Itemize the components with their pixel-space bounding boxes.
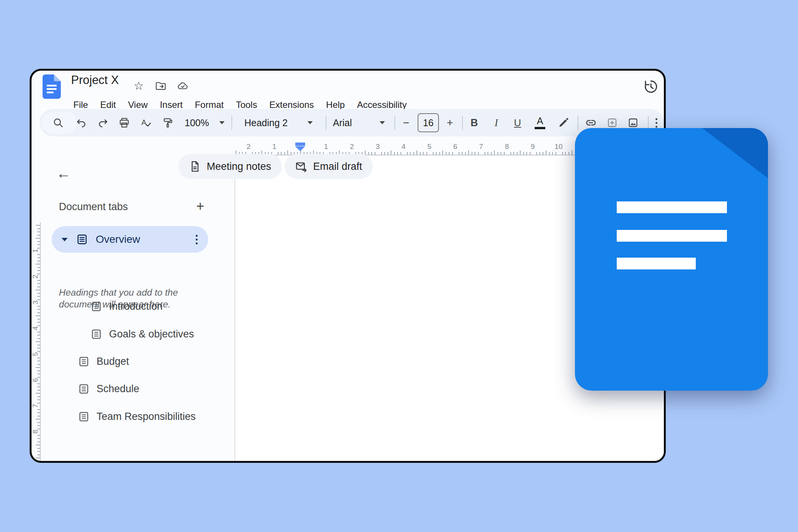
zoom-select[interactable]: 100%: [185, 109, 209, 136]
outline-item-team-responsibilities[interactable]: Team Responsibilities: [78, 408, 196, 425]
sidebar-canvas-divider: [234, 156, 235, 461]
toolbar-divider: [394, 116, 395, 130]
heading-icon: [78, 383, 90, 395]
star-icon[interactable]: ☆: [131, 78, 146, 93]
cloud-saved-icon[interactable]: [175, 78, 190, 93]
heading-icon: [78, 356, 90, 367]
font-caret-icon: [380, 121, 385, 127]
svg-text:A: A: [141, 118, 147, 127]
paragraph-style-select[interactable]: Heading 2: [244, 109, 288, 136]
font-size-input[interactable]: 16: [418, 113, 439, 132]
toolbar: A 100% Heading 2 Aria: [40, 109, 664, 136]
text-line-decoration: [617, 230, 727, 242]
menu-file[interactable]: File: [73, 100, 88, 110]
vertical-ruler[interactable]: 12345678: [32, 222, 41, 461]
outline-item-introduction[interactable]: Introduction: [90, 298, 163, 315]
google-docs-window: Project X ☆ File Edit View Insert Format…: [30, 69, 666, 463]
paint-format-icon[interactable]: [160, 114, 176, 131]
text-line-decoration: [617, 258, 696, 269]
font-family-select[interactable]: Arial: [333, 109, 352, 136]
undo-icon[interactable]: [73, 114, 90, 131]
outline-item-budget[interactable]: Budget: [78, 353, 129, 370]
tab-overview[interactable]: Overview: [52, 226, 208, 253]
google-docs-logo-overlay: [575, 128, 768, 391]
tab-document-icon: [76, 233, 88, 245]
text-color-button[interactable]: A: [532, 114, 548, 131]
menu-view[interactable]: View: [128, 100, 148, 110]
heading-icon: [78, 411, 90, 423]
email-send-icon: [295, 160, 307, 173]
toolbar-divider: [462, 116, 463, 130]
menu-format[interactable]: Format: [195, 100, 224, 110]
tab-label: Overview: [96, 233, 140, 245]
search-icon[interactable]: [50, 114, 66, 131]
document-icon: [189, 160, 201, 173]
spellcheck-icon[interactable]: A: [138, 114, 154, 131]
highlight-color-icon[interactable]: [555, 114, 572, 131]
menu-tools[interactable]: Tools: [236, 100, 257, 110]
back-arrow-icon[interactable]: ←: [55, 165, 72, 182]
meeting-notes-chip[interactable]: Meeting notes: [178, 154, 282, 179]
tab-options-icon[interactable]: [196, 235, 198, 244]
email-draft-chip[interactable]: Email draft: [285, 154, 373, 179]
menu-edit[interactable]: Edit: [100, 100, 116, 110]
docs-logo-icon: [43, 74, 61, 99]
print-icon[interactable]: [116, 114, 133, 131]
toolbar-divider: [326, 116, 326, 130]
menu-accessibility[interactable]: Accessibility: [357, 100, 407, 110]
heading-icon: [90, 301, 102, 312]
menu-bar: File Edit View Insert Format Tools Exten…: [73, 100, 407, 110]
menu-insert[interactable]: Insert: [160, 100, 183, 110]
toolbar-divider: [231, 116, 232, 130]
bold-button[interactable]: B: [466, 114, 483, 131]
underline-button[interactable]: U: [509, 114, 526, 131]
decrease-font-size-icon[interactable]: −: [398, 114, 415, 131]
text-line-decoration: [617, 201, 727, 213]
chip-label: Email draft: [313, 161, 362, 173]
add-tab-icon[interactable]: +: [192, 198, 209, 215]
chip-label: Meeting notes: [207, 161, 271, 173]
menu-extensions[interactable]: Extensions: [269, 100, 314, 110]
redo-icon[interactable]: [95, 114, 111, 131]
outline-item-schedule[interactable]: Schedule: [78, 380, 139, 397]
menu-help[interactable]: Help: [326, 100, 345, 110]
zoom-caret-icon: [219, 121, 225, 127]
document-tabs-title: Document tabs: [59, 201, 128, 213]
increase-font-size-icon[interactable]: +: [442, 114, 458, 131]
heading-icon: [90, 328, 102, 340]
italic-button[interactable]: I: [488, 114, 505, 131]
outline-item-goals[interactable]: Goals & objectives: [90, 326, 194, 342]
move-folder-icon[interactable]: [153, 78, 168, 93]
document-title[interactable]: Project X: [71, 73, 119, 87]
page-fold-corner: [702, 128, 768, 178]
style-caret-icon: [307, 121, 313, 127]
stage: Project X ☆ File Edit View Insert Format…: [0, 0, 798, 532]
docs-big-icon: [575, 128, 768, 391]
version-history-icon[interactable]: [641, 77, 661, 97]
expand-caret-icon[interactable]: [62, 238, 68, 244]
